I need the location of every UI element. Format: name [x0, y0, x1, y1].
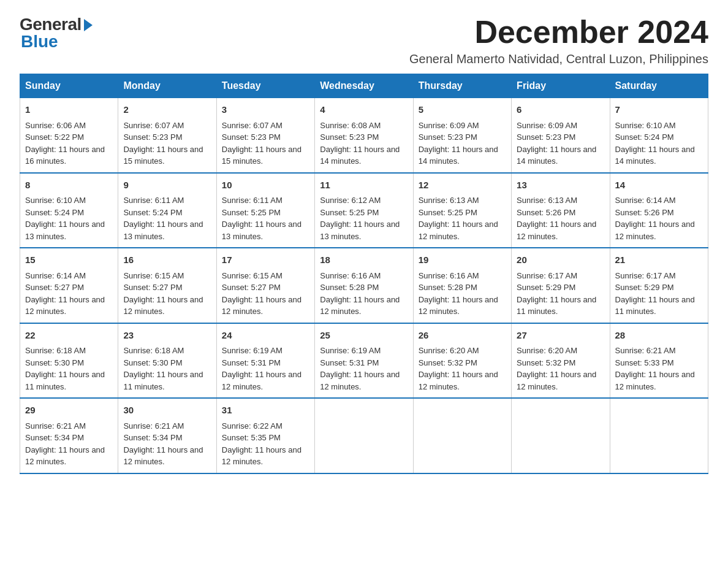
month-title: December 2024 — [409, 15, 708, 50]
day-number: 26 — [419, 329, 506, 343]
calendar-day-cell: 30 Sunrise: 6:21 AMSunset: 5:34 PMDaylig… — [118, 398, 216, 473]
day-sunrise: Sunrise: 6:11 AMSunset: 5:24 PMDaylight:… — [123, 196, 203, 241]
calendar-day-cell — [512, 398, 610, 473]
calendar-day-cell: 5 Sunrise: 6:09 AMSunset: 5:23 PMDayligh… — [413, 98, 511, 173]
calendar-week-row: 29 Sunrise: 6:21 AMSunset: 5:34 PMDaylig… — [20, 398, 708, 473]
day-sunrise: Sunrise: 6:18 AMSunset: 5:30 PMDaylight:… — [123, 346, 203, 391]
day-number: 23 — [123, 329, 211, 343]
day-number: 11 — [320, 178, 408, 193]
calendar-day-cell: 31 Sunrise: 6:22 AMSunset: 5:35 PMDaylig… — [216, 398, 314, 473]
day-number: 3 — [222, 103, 309, 117]
calendar-day-cell: 4 Sunrise: 6:08 AMSunset: 5:23 PMDayligh… — [315, 98, 413, 173]
day-sunrise: Sunrise: 6:19 AMSunset: 5:31 PMDaylight:… — [222, 346, 301, 391]
day-number: 21 — [615, 253, 703, 267]
day-sunrise: Sunrise: 6:20 AMSunset: 5:32 PMDaylight:… — [419, 346, 498, 391]
calendar-day-cell: 26 Sunrise: 6:20 AMSunset: 5:32 PMDaylig… — [413, 323, 511, 399]
day-sunrise: Sunrise: 6:14 AMSunset: 5:26 PMDaylight:… — [615, 196, 695, 241]
day-sunrise: Sunrise: 6:12 AMSunset: 5:25 PMDaylight:… — [320, 196, 400, 241]
day-sunrise: Sunrise: 6:10 AMSunset: 5:24 PMDaylight:… — [615, 121, 695, 166]
calendar-day-cell: 28 Sunrise: 6:21 AMSunset: 5:33 PMDaylig… — [610, 323, 708, 399]
day-number: 4 — [320, 103, 408, 117]
day-sunrise: Sunrise: 6:21 AMSunset: 5:34 PMDaylight:… — [25, 421, 105, 467]
day-number: 29 — [25, 404, 113, 418]
weekday-header-monday: Monday — [118, 74, 216, 98]
calendar-day-cell: 7 Sunrise: 6:10 AMSunset: 5:24 PMDayligh… — [610, 98, 708, 173]
calendar-day-cell: 3 Sunrise: 6:07 AMSunset: 5:23 PMDayligh… — [216, 98, 314, 173]
day-sunrise: Sunrise: 6:13 AMSunset: 5:25 PMDaylight:… — [419, 196, 498, 241]
calendar-day-cell: 17 Sunrise: 6:15 AMSunset: 5:27 PMDaylig… — [216, 248, 314, 323]
day-sunrise: Sunrise: 6:07 AMSunset: 5:23 PMDaylight:… — [123, 121, 203, 166]
calendar-day-cell: 15 Sunrise: 6:14 AMSunset: 5:27 PMDaylig… — [20, 248, 118, 323]
calendar-day-cell: 14 Sunrise: 6:14 AMSunset: 5:26 PMDaylig… — [610, 173, 708, 248]
weekday-header-friday: Friday — [512, 74, 610, 98]
day-sunrise: Sunrise: 6:09 AMSunset: 5:23 PMDaylight:… — [517, 121, 596, 166]
day-number: 8 — [25, 178, 113, 193]
page-header: General Blue December 2024 General Mamer… — [20, 15, 708, 66]
calendar-day-cell: 29 Sunrise: 6:21 AMSunset: 5:34 PMDaylig… — [20, 398, 118, 473]
day-sunrise: Sunrise: 6:15 AMSunset: 5:27 PMDaylight:… — [123, 271, 203, 316]
calendar-day-cell: 23 Sunrise: 6:18 AMSunset: 5:30 PMDaylig… — [118, 323, 216, 399]
logo-blue-text: Blue — [20, 32, 58, 52]
day-number: 6 — [517, 103, 604, 117]
day-sunrise: Sunrise: 6:16 AMSunset: 5:28 PMDaylight:… — [419, 271, 498, 316]
day-sunrise: Sunrise: 6:21 AMSunset: 5:33 PMDaylight:… — [615, 346, 695, 391]
title-block: December 2024 General Mamerto Natividad,… — [409, 15, 708, 66]
day-number: 31 — [222, 404, 309, 418]
day-number: 15 — [25, 253, 113, 267]
calendar-header: SundayMondayTuesdayWednesdayThursdayFrid… — [20, 74, 708, 98]
day-number: 22 — [25, 329, 113, 343]
day-sunrise: Sunrise: 6:17 AMSunset: 5:29 PMDaylight:… — [517, 271, 596, 316]
day-number: 17 — [222, 253, 309, 267]
day-number: 25 — [320, 329, 408, 343]
calendar-day-cell: 25 Sunrise: 6:19 AMSunset: 5:31 PMDaylig… — [315, 323, 413, 399]
day-number: 5 — [419, 103, 506, 117]
calendar-day-cell: 12 Sunrise: 6:13 AMSunset: 5:25 PMDaylig… — [413, 173, 511, 248]
location-subtitle: General Mamerto Natividad, Central Luzon… — [409, 52, 708, 66]
day-number: 19 — [419, 253, 506, 267]
day-sunrise: Sunrise: 6:13 AMSunset: 5:26 PMDaylight:… — [517, 196, 596, 241]
calendar-day-cell: 2 Sunrise: 6:07 AMSunset: 5:23 PMDayligh… — [118, 98, 216, 173]
day-sunrise: Sunrise: 6:15 AMSunset: 5:27 PMDaylight:… — [222, 271, 301, 316]
day-sunrise: Sunrise: 6:18 AMSunset: 5:30 PMDaylight:… — [25, 346, 105, 391]
calendar-day-cell: 9 Sunrise: 6:11 AMSunset: 5:24 PMDayligh… — [118, 173, 216, 248]
calendar-day-cell: 11 Sunrise: 6:12 AMSunset: 5:25 PMDaylig… — [315, 173, 413, 248]
calendar-week-row: 15 Sunrise: 6:14 AMSunset: 5:27 PMDaylig… — [20, 248, 708, 323]
day-number: 9 — [123, 178, 211, 193]
day-sunrise: Sunrise: 6:07 AMSunset: 5:23 PMDaylight:… — [222, 121, 301, 166]
calendar-day-cell — [610, 398, 708, 473]
day-number: 1 — [25, 103, 113, 117]
calendar-day-cell: 21 Sunrise: 6:17 AMSunset: 5:29 PMDaylig… — [610, 248, 708, 323]
day-sunrise: Sunrise: 6:14 AMSunset: 5:27 PMDaylight:… — [25, 271, 105, 316]
calendar-day-cell: 22 Sunrise: 6:18 AMSunset: 5:30 PMDaylig… — [20, 323, 118, 399]
day-sunrise: Sunrise: 6:17 AMSunset: 5:29 PMDaylight:… — [615, 271, 695, 316]
calendar-day-cell: 27 Sunrise: 6:20 AMSunset: 5:32 PMDaylig… — [512, 323, 610, 399]
calendar-week-row: 8 Sunrise: 6:10 AMSunset: 5:24 PMDayligh… — [20, 173, 708, 248]
calendar-day-cell: 16 Sunrise: 6:15 AMSunset: 5:27 PMDaylig… — [118, 248, 216, 323]
day-number: 7 — [615, 103, 703, 117]
day-number: 16 — [123, 253, 211, 267]
calendar-day-cell: 18 Sunrise: 6:16 AMSunset: 5:28 PMDaylig… — [315, 248, 413, 323]
day-number: 12 — [419, 178, 506, 193]
calendar-day-cell: 24 Sunrise: 6:19 AMSunset: 5:31 PMDaylig… — [216, 323, 314, 399]
day-number: 27 — [517, 329, 604, 343]
day-number: 24 — [222, 329, 309, 343]
day-sunrise: Sunrise: 6:20 AMSunset: 5:32 PMDaylight:… — [517, 346, 596, 391]
calendar-day-cell: 8 Sunrise: 6:10 AMSunset: 5:24 PMDayligh… — [20, 173, 118, 248]
day-number: 13 — [517, 178, 604, 193]
calendar-body: 1 Sunrise: 6:06 AMSunset: 5:22 PMDayligh… — [20, 98, 708, 473]
weekday-header-saturday: Saturday — [610, 74, 708, 98]
day-sunrise: Sunrise: 6:09 AMSunset: 5:23 PMDaylight:… — [419, 121, 498, 166]
day-number: 30 — [123, 404, 211, 418]
weekday-header-sunday: Sunday — [20, 74, 118, 98]
calendar-day-cell: 10 Sunrise: 6:11 AMSunset: 5:25 PMDaylig… — [216, 173, 314, 248]
day-number: 28 — [615, 329, 703, 343]
weekday-header-tuesday: Tuesday — [216, 74, 314, 98]
calendar-day-cell: 13 Sunrise: 6:13 AMSunset: 5:26 PMDaylig… — [512, 173, 610, 248]
day-number: 18 — [320, 253, 408, 267]
weekday-header-row: SundayMondayTuesdayWednesdayThursdayFrid… — [20, 74, 708, 98]
day-sunrise: Sunrise: 6:22 AMSunset: 5:35 PMDaylight:… — [222, 421, 301, 467]
calendar-day-cell: 6 Sunrise: 6:09 AMSunset: 5:23 PMDayligh… — [512, 98, 610, 173]
calendar-day-cell — [315, 398, 413, 473]
day-number: 10 — [222, 178, 309, 193]
day-number: 20 — [517, 253, 604, 267]
